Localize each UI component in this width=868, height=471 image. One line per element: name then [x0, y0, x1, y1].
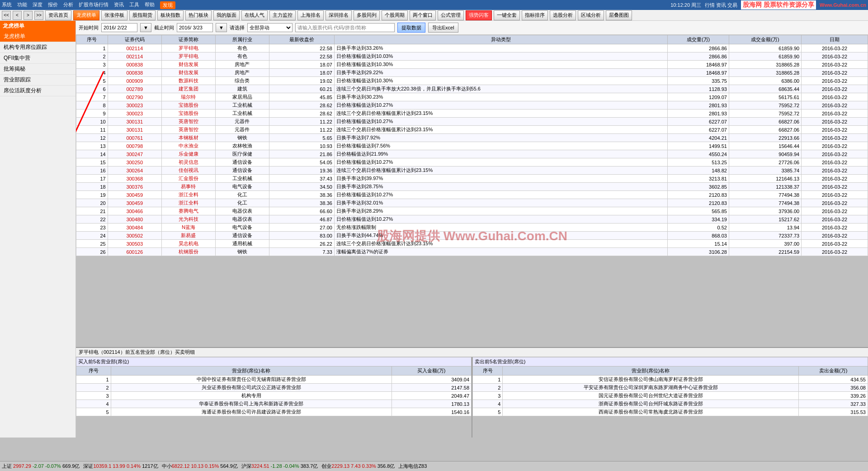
btn-formula-mgr[interactable]: 公式管理	[438, 10, 464, 20]
nav-next[interactable]: >	[24, 11, 33, 20]
sell-table-row[interactable]: 3 国元证券股份有限公司台州世纪大道证券营业部 339.26	[473, 392, 868, 400]
td-date: 2016-03-22	[802, 101, 868, 109]
table-row[interactable]: 12 000761 本钢板材 钢铁 5.65 日换手率达到7.92% 4204.…	[76, 134, 868, 142]
type-select[interactable]: 全部异动	[247, 23, 292, 32]
menu-help[interactable]: 帮助	[145, 1, 155, 9]
menu-system[interactable]: 系统	[2, 1, 12, 9]
td-industry: 电器仪表	[215, 207, 269, 215]
td-code: 300376	[108, 183, 161, 191]
btn-main-monitor[interactable]: 主力监控	[269, 10, 296, 20]
menu-discover[interactable]: 发现	[160, 1, 175, 9]
table-row[interactable]: 2 002114 罗平锌电 有色 22.58 日价格涨幅值达到10.03% 28…	[76, 52, 868, 61]
table-row[interactable]: 4 000838 财信发展 房地产 18.07 日换手率达到29.22% 184…	[76, 69, 868, 77]
btn-stock-futures[interactable]: 股指期货	[129, 10, 156, 20]
table-row[interactable]: 17 300368 汇金股份 工业机械 37.43 日换手率达到39.97% 3…	[76, 175, 868, 183]
btn-region-analysis[interactable]: 区域分析	[578, 10, 604, 20]
td-sell-name: 浙商证券股份有限公司台州阡城东路证券营业部	[503, 400, 799, 408]
sidebar-item-dept-track[interactable]: 营业部跟踪	[0, 75, 75, 86]
btn-limit-up[interactable]: 张涨停板	[101, 10, 127, 20]
export-excel-btn[interactable]: 导出Excel	[428, 23, 458, 33]
btn-online-popularity[interactable]: 在线人气	[241, 10, 268, 20]
td-name: 佳创视讯	[161, 167, 215, 175]
buy-table-row[interactable]: 2 兴业证券股份有限公司武汉公正路证券营业部 2147.58	[76, 384, 472, 392]
td-type: 日价格涨幅值达到10.27%	[334, 101, 667, 109]
btn-overlay-chart[interactable]: 层叠图图	[606, 10, 632, 20]
td-vol: 6227.07	[668, 126, 729, 134]
btn-one-key-all[interactable]: 一键全套	[494, 10, 520, 20]
btn-two-windows[interactable]: 两个窗口	[410, 10, 436, 20]
sell-table-row[interactable]: 4 浙商证券股份有限公司台州阡城东路证券营业部 327.33	[473, 400, 868, 408]
menu-info[interactable]: 资讯	[114, 1, 124, 9]
sell-table-row[interactable]: 5 西南证券股份有限公司常熟海虞北路证券营业部 315.53	[473, 408, 868, 416]
table-row[interactable]: 18 300376 易事特 电气设备 34.50 日换手率达到28.75% 36…	[76, 183, 868, 191]
btn-stock-period[interactable]: 个股周期	[382, 10, 408, 20]
table-row[interactable]: 7 002790 瑞尔特 家居用品 45.85 日换手率达到30.23% 120…	[76, 93, 868, 101]
end-date-input[interactable]	[177, 23, 213, 32]
table-row[interactable]: 25 300503 昊志机电 通用机械 26.22 连续三个交易日价格涨幅值累计…	[76, 240, 868, 248]
table-row[interactable]: 5 000909 数源科技 综合类 19.02 日价格涨幅值达到10.30% 3…	[76, 77, 868, 85]
nav-prev-prev[interactable]: <<	[2, 11, 11, 20]
btn-multi-stock[interactable]: 多股同列	[354, 10, 380, 20]
sidebar-item-batch-chip[interactable]: 批筹揭秘	[0, 64, 75, 75]
table-row[interactable]: 21 300466 赛腾电气 电器仪表 66.60 日换手率达到28.29% 5…	[76, 207, 868, 215]
btn-news-home[interactable]: 资讯首页	[45, 10, 71, 20]
td-vol: 15.14	[668, 240, 729, 248]
btn-my-layout[interactable]: 我的版面	[213, 10, 240, 20]
table-row[interactable]: 24 300502 新易盛 通信设备 83.00 日换手率达到44.74% 86…	[76, 232, 868, 240]
fetch-data-btn[interactable]: 提取数据	[397, 23, 425, 33]
start-date-btn[interactable]: ▼	[140, 23, 151, 32]
menu-depth[interactable]: 深度	[33, 1, 42, 9]
btn-shenzhen-rank[interactable]: 深圳排名	[326, 10, 352, 20]
sidebar-item-institution-track[interactable]: 机构专用席位跟踪	[0, 42, 75, 53]
buy-table-row[interactable]: 4 华泰证券股份有限公司上海共和新路证券营业部 1780.13	[76, 400, 472, 408]
btn-dragon-list[interactable]: 龙虎榜单	[73, 10, 99, 20]
sell-table-row[interactable]: 1 安信证券股份有限公司佛山南海罗村证券营业部 434.55	[473, 376, 868, 384]
btn-sector-index[interactable]: 板块指数	[157, 10, 184, 20]
td-amount: 72337.73	[729, 232, 801, 240]
sidebar-item-activity-analysis[interactable]: 席位活跃度分析	[0, 86, 75, 96]
buy-table-row[interactable]: 3 机构专用 2049.47	[76, 392, 472, 400]
btn-hot-sectors[interactable]: 热门板块	[185, 10, 212, 20]
table-row[interactable]: 3 000838 财信发展 房地产 18.07 日价格涨幅值达到10.30% 1…	[76, 61, 868, 69]
table-row[interactable]: 13 000798 中水渔业 农林牧渔 10.93 日价格涨幅值达到7.56% …	[76, 142, 868, 150]
table-row[interactable]: 6 002789 建艺集团 建筑 60.21 连续三个交易日均换手率放大220.…	[76, 85, 868, 93]
table-row[interactable]: 9 300023 宝德股份 工业机械 28.62 连续三个交易日价格涨幅值累计达…	[76, 109, 868, 118]
td-amount: 3385.74	[729, 167, 801, 175]
end-date-btn[interactable]: ▼	[216, 23, 227, 32]
btn-stock-analysis[interactable]: 选股分析	[550, 10, 576, 20]
nav-next-next[interactable]: >>	[34, 11, 43, 20]
table-row[interactable]: 8 300023 宝德股份 工业机械 28.62 日价格涨幅值达到10.27% …	[76, 101, 868, 109]
btn-shanghai-rank[interactable]: 上海排名	[297, 10, 324, 20]
table-row[interactable]: 16 300264 佳创视讯 通信设备 19.36 连续三个交易日价格涨幅值累计…	[76, 167, 868, 175]
menu-tools[interactable]: 工具	[129, 1, 139, 9]
menu-analyze[interactable]: 分析	[63, 1, 73, 9]
table-row[interactable]: 15 300250 初灵信息 通信设备 54.05 日价格涨幅值达到10.27%…	[76, 158, 868, 167]
table-row[interactable]: 10 300131 英唐智控 元器件 11.22 日价格涨幅值达到10.27% …	[76, 118, 868, 126]
td-date: 2016-03-22	[802, 69, 868, 77]
menu-quote[interactable]: 报价	[48, 1, 58, 9]
main-table-container[interactable]: 序号 证券代码 证券简称 所属行业 最新收盘价 异动类型 成交量(万) 成交金额…	[76, 35, 868, 347]
table-row[interactable]: 23 300484 N蓝海 电气设备 27.00 无价格涨跌幅限制 0.52 1…	[76, 224, 868, 232]
table-row[interactable]: 22 300480 光为科技 电器仪表 46.87 日价格涨幅值达到10.27%…	[76, 215, 868, 224]
td-seq: 12	[76, 134, 108, 142]
sidebar-item-dragon-list[interactable]: 龙虎榜单	[0, 31, 75, 42]
menu-function[interactable]: 功能	[17, 1, 27, 9]
td-vol: 4204.21	[668, 134, 729, 142]
nav-prev[interactable]: <	[13, 11, 22, 20]
table-row[interactable]: 1 002114 罗平锌电 有色 22.58 日换手率达到33.26% 2866…	[76, 44, 868, 52]
btn-indicator-sort[interactable]: 指标排序	[522, 10, 548, 20]
buy-table-row[interactable]: 5 海通证券股份有限公司许昌建设路证券营业部 1540.16	[76, 408, 472, 416]
menu-expand[interactable]: 扩股市场行情	[79, 1, 108, 9]
table-row[interactable]: 20 300459 浙江全料 化工 38.36 日换手率达到32.01% 212…	[76, 199, 868, 207]
td-vol: 6227.07	[668, 118, 729, 126]
sidebar-item-qfii[interactable]: QFII集中营	[0, 53, 75, 64]
table-row[interactable]: 14 300247 乐金健康 医疗保健 21.86 日价格幅值达到21.99% …	[76, 150, 868, 158]
start-date-input[interactable]	[101, 23, 137, 32]
table-row[interactable]: 19 300459 浙江全料 化工 38.36 日价格涨幅值达到10.27% 2…	[76, 191, 868, 199]
buy-table-row[interactable]: 1 中国中投证券有限责任公司无锡青阳路证券营业部 3409.04	[76, 376, 472, 384]
btn-strong-flash[interactable]: 强势闪客	[466, 10, 492, 20]
table-row[interactable]: 11 300131 英唐智控 元器件 11.22 连续三个交易日价格涨幅值累计达…	[76, 126, 868, 134]
table-row[interactable]: 26 600126 杭钢股份 钢铁 7.33 涨幅偏离值达7%的证券 3106.…	[76, 248, 868, 256]
stock-code-input[interactable]	[295, 23, 395, 32]
sell-table-row[interactable]: 2 平安证券有限责任公司深圳罗南东路罗湖商务中心证券营业部 356.08	[473, 384, 868, 392]
